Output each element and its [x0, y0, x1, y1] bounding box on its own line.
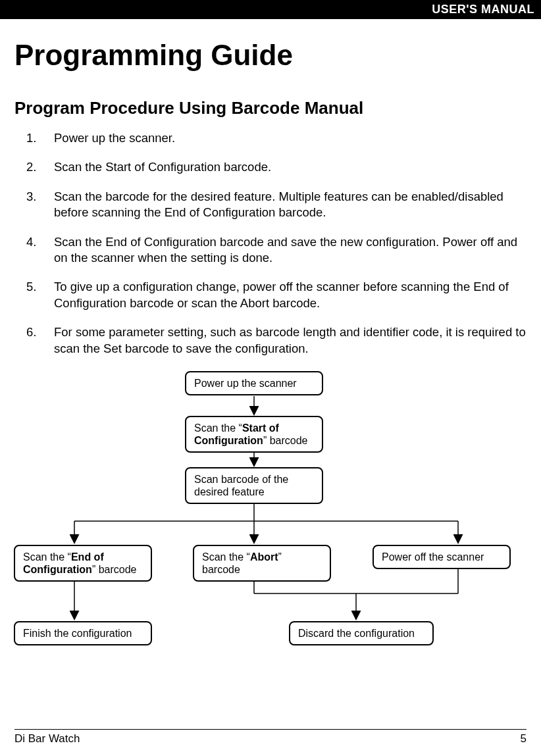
step-number: 6.: [26, 324, 54, 357]
list-item: 2.Scan the Start of Configuration barcod…: [26, 159, 527, 175]
step-text: Scan the barcode for the desired feature…: [54, 189, 527, 221]
header-label: USER'S MANUAL: [432, 3, 534, 16]
list-item: 1.Power up the scanner.: [26, 130, 527, 146]
step-text: Scan the Start of Configuration barcode.: [54, 159, 527, 175]
step-number: 1.: [26, 130, 54, 146]
page-content: Programming Guide Program Procedure Usin…: [0, 19, 541, 659]
flow-box-discard: Discard the configuration: [289, 621, 434, 645]
step-number: 3.: [26, 189, 54, 221]
flow-box-power-up: Power up the scanner: [185, 371, 323, 395]
flowchart: Power up the scanner Scan the “Start of …: [20, 370, 521, 659]
flow-arrows: [20, 370, 521, 659]
flow-text: ” barcode: [263, 435, 308, 446]
page-footer: Di Bar Watch 5: [14, 729, 527, 745]
step-text: To give up a configuration change, power…: [54, 279, 527, 311]
step-text: Power up the scanner.: [54, 130, 527, 146]
footer-left: Di Bar Watch: [14, 732, 80, 745]
list-item: 3.Scan the barcode for the desired featu…: [26, 189, 527, 221]
step-text: For some parameter setting, such as barc…: [54, 324, 527, 357]
flow-box-start-config: Scan the “Start of Configuration” barcod…: [185, 416, 323, 453]
step-number: 2.: [26, 159, 54, 175]
flow-bold: Abort: [250, 551, 278, 563]
procedure-list: 1.Power up the scanner. 2.Scan the Start…: [14, 130, 527, 357]
flow-box-power-off: Power off the scanner: [373, 545, 511, 569]
flow-box-finish: Finish the configuration: [14, 621, 152, 645]
step-text: Scan the End of Configuration barcode an…: [54, 234, 527, 266]
flow-text: ” barcode: [92, 564, 137, 575]
step-number: 4.: [26, 234, 54, 266]
list-item: 5.To give up a configuration change, pow…: [26, 279, 527, 311]
flow-box-abort: Scan the “Abort” barcode: [193, 545, 331, 582]
flow-box-feature: Scan barcode of the desired feature: [185, 467, 323, 504]
flow-text: Finish the configuration: [23, 628, 132, 639]
section-heading: Program Procedure Using Barcode Manual: [14, 98, 527, 118]
flow-text: Scan the “: [202, 551, 250, 563]
step-number: 5.: [26, 279, 54, 311]
page-title: Programming Guide: [14, 39, 527, 72]
flow-box-end-config: Scan the “End of Configuration” barcode: [14, 545, 152, 582]
list-item: 4.Scan the End of Configuration barcode …: [26, 234, 527, 266]
flow-text: Scan the “: [23, 551, 71, 563]
flow-text: Power off the scanner: [382, 551, 484, 563]
flow-text: Discard the configuration: [298, 628, 415, 639]
header-bar: USER'S MANUAL: [0, 0, 541, 19]
flow-text: Scan the “: [194, 422, 242, 434]
flow-text: Power up the scanner: [194, 378, 297, 389]
list-item: 6.For some parameter setting, such as ba…: [26, 324, 527, 357]
flow-text: Scan barcode of the desired feature: [194, 474, 288, 497]
footer-page-number: 5: [521, 732, 527, 745]
